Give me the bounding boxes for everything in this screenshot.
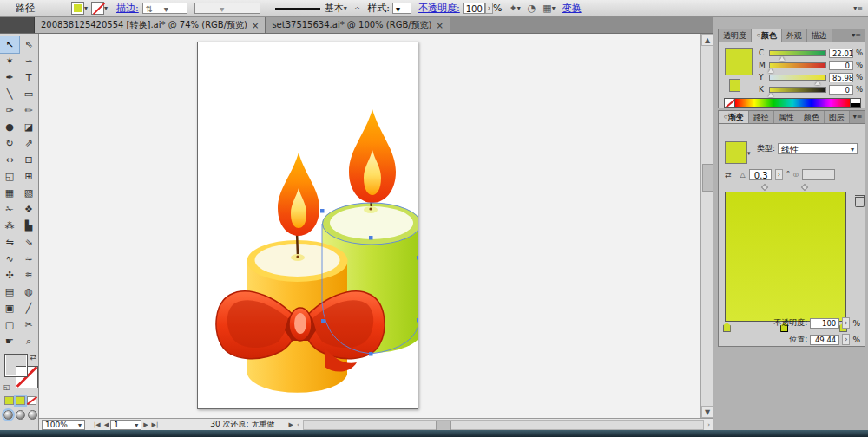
blob-brush-tool[interactable]: ●	[0, 119, 19, 135]
panel-tab-外观[interactable]: 外观	[782, 29, 807, 42]
prev-artboard-icon[interactable]: ◀	[102, 421, 110, 428]
stroke-weight-link[interactable]: 描边:	[116, 2, 139, 15]
free-transform-tool[interactable]: ⊡	[19, 152, 38, 168]
recolor-artwork-icon[interactable]: ⁘	[354, 4, 361, 13]
first-artboard-icon[interactable]: |◀	[92, 421, 102, 428]
horizontal-scrollbar[interactable]	[303, 420, 704, 430]
scroll-down-icon[interactable]: ▼	[701, 406, 713, 418]
rectangle-tool[interactable]: ▭	[19, 86, 38, 102]
fullscreen-mode-button[interactable]	[28, 410, 37, 420]
scroll-up-icon[interactable]: ▲	[701, 34, 713, 46]
none-mode-button[interactable]	[27, 396, 36, 405]
type-tool[interactable]: T	[19, 69, 38, 86]
variable-width-dropdown[interactable]: ▾	[194, 3, 260, 14]
artboard-tool[interactable]: ▢	[0, 316, 19, 333]
smooth-tool[interactable]: ≈	[19, 251, 38, 267]
close-tab-icon[interactable]: ×	[437, 21, 444, 30]
reflect-tool[interactable]: ⇋	[0, 234, 19, 251]
stop-location-field[interactable]: 49.44	[810, 335, 839, 345]
fullscreen-menu-mode-button[interactable]	[16, 410, 25, 420]
stop-opacity-spinner[interactable]: ›	[842, 317, 850, 329]
pencil-tool[interactable]: ✏	[19, 102, 38, 119]
opacity-field[interactable]: 100	[463, 3, 485, 14]
eraser-tool[interactable]: ◪	[19, 119, 38, 135]
gradient-midpoint[interactable]	[761, 184, 768, 191]
panel-tab-颜色[interactable]: 颜色	[799, 111, 825, 123]
horizontal-scroll-thumb[interactable]	[436, 421, 451, 431]
gradient-angle-field[interactable]: 0.3	[749, 169, 772, 180]
opacity-spinner[interactable]: ›	[485, 3, 493, 14]
gradient-swatch-arrow[interactable]: ▾	[747, 150, 751, 157]
fill-color-swatch[interactable]	[71, 2, 84, 15]
panel-menu-icon[interactable]: ▾≡	[848, 29, 865, 42]
brush-definition-value[interactable]: 基本	[325, 2, 344, 15]
vertical-scrollbar[interactable]: ▲ ▼	[700, 34, 713, 418]
width-tool[interactable]: ↔	[0, 152, 19, 168]
paintbrush-tool[interactable]: ✑	[0, 102, 19, 119]
gradient-mode-button[interactable]	[16, 396, 25, 405]
perspective-grid-tool[interactable]: ⊞	[19, 168, 38, 185]
fill-dropdown-arrow[interactable]: ▾	[84, 4, 88, 12]
stop-opacity-field[interactable]: 100	[810, 318, 839, 329]
channel-value-M[interactable]: 0	[829, 61, 853, 70]
artboard[interactable]	[197, 42, 418, 409]
magic-wand-tool[interactable]: ✶	[0, 53, 19, 69]
artboard-grid-arrow[interactable]: ▾	[552, 4, 556, 12]
panel-tab-透明度[interactable]: 透明度	[719, 29, 752, 42]
live-paint-selection-tool[interactable]: ▣	[0, 300, 19, 316]
symbol-sprayer-tool[interactable]: ⁂	[0, 218, 19, 234]
document-tab-2[interactable]: set37515634.ai* @ 100% (RGB/预览) ×	[266, 17, 450, 33]
close-tab-icon[interactable]: ×	[252, 21, 259, 30]
angle-spinner[interactable]: ›	[775, 169, 783, 180]
anchor-point[interactable]	[321, 319, 326, 323]
default-fill-stroke-icon[interactable]: ◱	[3, 383, 10, 391]
color-spectrum[interactable]	[724, 98, 861, 108]
lasso-tool[interactable]: ∽	[19, 53, 38, 69]
brush-dropdown-arrow[interactable]: ▾	[344, 4, 347, 12]
controlbar-menu-icon[interactable]: ▾≡	[853, 4, 863, 12]
channel-value-K[interactable]: 0	[829, 85, 853, 95]
panel-tab-颜色[interactable]: ◦颜色	[752, 29, 782, 42]
artboard-number-dropdown[interactable]: 1▾	[110, 420, 141, 430]
none-color-icon[interactable]	[724, 98, 735, 108]
select-similar-icon[interactable]: ✦	[509, 3, 516, 14]
gradient-midpoint[interactable]	[801, 184, 808, 191]
color-mode-button[interactable]	[4, 396, 14, 405]
selection-tool[interactable]: ↖	[0, 36, 19, 53]
anchor-point[interactable]	[417, 318, 418, 323]
fill-swatch[interactable]	[4, 354, 28, 377]
transform-link[interactable]: 变换	[562, 2, 582, 15]
normal-screen-mode-button[interactable]	[3, 410, 13, 420]
style-dropdown[interactable]: ▾	[392, 3, 411, 14]
current-color-swatch[interactable]	[725, 48, 753, 75]
panel-tab-描边[interactable]: 描边	[807, 29, 832, 42]
hscroll-right-icon[interactable]: ›	[706, 421, 712, 428]
artboard-grid-icon[interactable]: ▦	[542, 3, 551, 14]
anchor-point[interactable]	[369, 352, 373, 356]
last-artboard-icon[interactable]: ▶|	[150, 421, 161, 428]
reverse-gradient-icon[interactable]: ⇄	[725, 171, 732, 179]
panel-menu-icon[interactable]: ▾≡	[850, 111, 865, 123]
crystallize-tool[interactable]: ✣	[0, 267, 19, 284]
status-menu-icon[interactable]: ▶	[287, 421, 295, 428]
panel-tab-路径[interactable]: 路径	[749, 111, 774, 123]
channel-value-Y[interactable]: 85.98	[829, 73, 853, 82]
line-segment-tool[interactable]: ╲	[0, 86, 19, 102]
zoom-tool[interactable]: ⌕	[19, 333, 38, 349]
channel-value-C[interactable]: 22.01	[829, 49, 853, 58]
delete-stop-icon[interactable]	[855, 195, 865, 207]
hscroll-left-icon[interactable]: ‹	[295, 421, 301, 428]
stop-location-spinner[interactable]: ›	[842, 334, 850, 345]
gradient-preview[interactable]	[725, 192, 846, 322]
next-artboard-icon[interactable]: ▶	[141, 421, 149, 428]
panel-tab-属性[interactable]: 属性	[774, 111, 799, 123]
column-graph-tool[interactable]: ▙	[19, 218, 38, 234]
channel-slider-M[interactable]	[769, 62, 827, 68]
panel-tab-图层[interactable]: 图层	[825, 111, 850, 123]
slice-tool[interactable]: ✂	[19, 316, 38, 333]
anchor-point[interactable]	[369, 236, 373, 240]
mesh-tool[interactable]: ▦	[0, 185, 19, 201]
black-white-swatches[interactable]	[850, 98, 861, 108]
scale-tool[interactable]: ⇗	[19, 135, 38, 152]
gradient-tool[interactable]: ▧	[19, 185, 38, 201]
